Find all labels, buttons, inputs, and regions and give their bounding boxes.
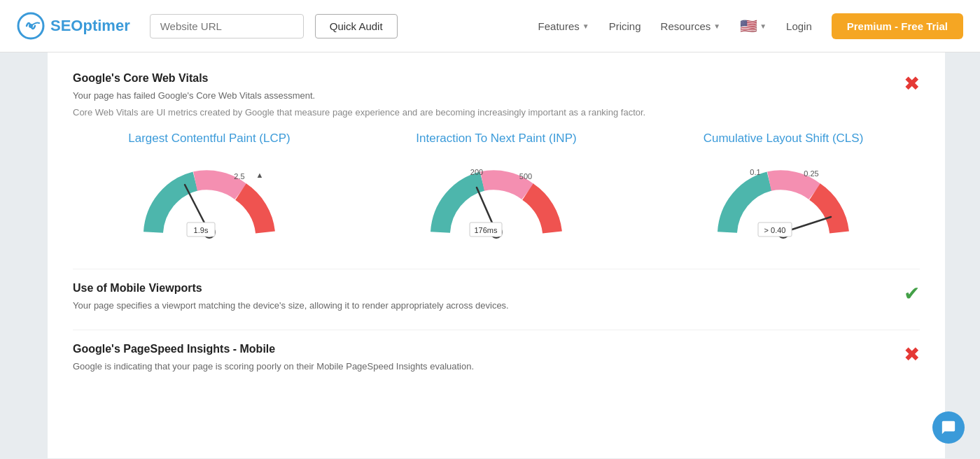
svg-text:0.1: 0.1 — [750, 168, 760, 176]
logo-icon — [17, 12, 45, 40]
logo-text: SEOptimer — [50, 17, 130, 35]
nav-resources[interactable]: Resources ▼ — [661, 20, 721, 32]
nav-links: Features ▼ Pricing Resources ▼ 🇺🇸 ▼ Logi… — [538, 13, 963, 39]
svg-text:2.5: 2.5 — [234, 172, 244, 181]
quick-audit-button[interactable]: Quick Audit — [315, 14, 398, 38]
cls-label: Cumulative Layout Shift (CLS) — [704, 132, 864, 146]
pagespeed-mobile-title: Google's PageSpeed Insights - Mobile — [73, 343, 474, 355]
inp-gauge: Interaction To Next Paint (INP) 200 500 — [360, 132, 633, 246]
chat-icon — [941, 420, 956, 435]
mobile-viewport-header: Use of Mobile Viewports Your page specif… — [73, 282, 920, 316]
premium-button[interactable]: Premium - Free Trial — [832, 13, 963, 39]
mobile-viewport-desc: Your page specifies a viewport matching … — [73, 299, 509, 313]
lcp-label: Largest Contentful Paint (LCP) — [128, 132, 290, 146]
sidebar-left — [0, 52, 48, 458]
svg-text:▲: ▲ — [256, 171, 264, 179]
core-web-vitals-desc: Your page has failed Google's Core Web V… — [73, 89, 315, 103]
sidebar-right — [945, 52, 980, 458]
mobile-viewport-section: Use of Mobile Viewports Your page specif… — [73, 282, 920, 316]
navbar: SEOptimer Quick Audit Features ▼ Pricing… — [0, 0, 980, 52]
mobile-viewport-title: Use of Mobile Viewports — [73, 282, 509, 295]
svg-text:176ms: 176ms — [474, 226, 498, 234]
svg-text:500: 500 — [519, 172, 532, 181]
pagespeed-mobile-text: Google's PageSpeed Insights - Mobile Goo… — [73, 343, 474, 376]
divider-1 — [73, 269, 920, 269]
divider-2 — [73, 330, 920, 330]
login-link[interactable]: Login — [786, 20, 812, 32]
lcp-gauge: Largest Contentful Paint (LCP) 2.5 ▲ — [73, 132, 346, 246]
svg-text:1.9s: 1.9s — [194, 226, 209, 234]
mobile-viewport-text: Use of Mobile Viewports Your page specif… — [73, 282, 509, 316]
pagespeed-mobile-desc: Google is indicating that your page is s… — [73, 360, 474, 374]
core-web-vitals-fail-icon: ✖ — [904, 72, 920, 95]
flag-icon: 🇺🇸 — [740, 17, 757, 34]
gauges-row: Largest Contentful Paint (LCP) 2.5 ▲ — [73, 132, 920, 246]
website-url-input[interactable] — [150, 14, 304, 38]
mobile-viewport-pass-icon: ✔ — [904, 282, 920, 305]
core-web-vitals-header: Google's Core Web Vitals Your page has f… — [73, 72, 920, 106]
core-web-vitals-title: Google's Core Web Vitals — [73, 72, 315, 85]
features-arrow-icon: ▼ — [582, 22, 589, 30]
chat-bubble[interactable] — [932, 411, 965, 444]
language-selector[interactable]: 🇺🇸 ▼ — [740, 17, 766, 34]
inp-label: Interaction To Next Paint (INP) — [416, 132, 576, 146]
lcp-gauge-svg: 2.5 ▲ 1.9s — [139, 155, 279, 246]
pagespeed-mobile-header: Google's PageSpeed Insights - Mobile Goo… — [73, 343, 920, 376]
logo: SEOptimer — [17, 12, 130, 40]
flag-arrow-icon: ▼ — [760, 22, 766, 30]
core-web-vitals-text: Google's Core Web Vitals Your page has f… — [73, 72, 315, 106]
main-content: Google's Core Web Vitals Your page has f… — [48, 52, 945, 458]
nav-features[interactable]: Features ▼ — [538, 20, 589, 32]
svg-text:200: 200 — [470, 168, 483, 176]
pagespeed-mobile-section: Google's PageSpeed Insights - Mobile Goo… — [73, 343, 920, 376]
svg-text:> 0.40: > 0.40 — [764, 226, 786, 234]
core-web-vitals-section: Google's Core Web Vitals Your page has f… — [73, 72, 920, 246]
cls-gauge: Cumulative Layout Shift (CLS) 0.1 0.25 — [647, 132, 920, 246]
inp-gauge-svg: 200 500 176ms — [426, 155, 566, 246]
core-web-vitals-info: Core Web Vitals are UI metrics created b… — [73, 106, 920, 120]
resources-arrow-icon: ▼ — [713, 22, 720, 30]
page-layout: Google's Core Web Vitals Your page has f… — [0, 52, 980, 458]
pagespeed-mobile-fail-icon: ✖ — [904, 343, 920, 366]
cls-gauge-svg: 0.1 0.25 > 0.40 — [713, 155, 853, 246]
nav-pricing[interactable]: Pricing — [609, 20, 641, 32]
svg-text:0.25: 0.25 — [804, 169, 818, 178]
